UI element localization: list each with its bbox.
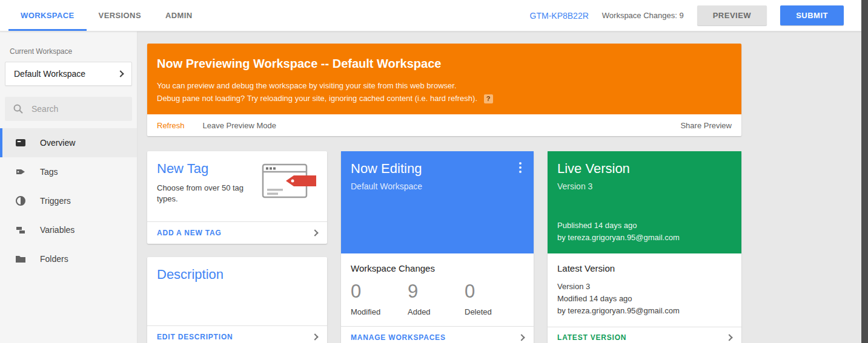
manage-workspaces-action[interactable]: MANAGE WORKSPACES <box>341 326 534 343</box>
stat-modified-label: Modified <box>351 307 408 316</box>
new-tag-description: Choose from over 50 tag types. <box>157 183 248 204</box>
main-tabs: WORKSPACE VERSIONS ADMIN <box>8 0 205 31</box>
sidebar-item-label: Tags <box>40 167 58 177</box>
now-editing-card: Now Editing Default Workspace Workspace … <box>341 151 534 343</box>
manage-workspaces-label: MANAGE WORKSPACES <box>351 333 446 342</box>
preview-banner: Now Previewing Workspace -- Default Work… <box>147 44 741 136</box>
overview-icon <box>15 137 27 149</box>
preview-banner-line1: You can preview and debug the workspace … <box>157 79 732 92</box>
now-editing-title: Now Editing <box>351 161 524 177</box>
latest-version-action[interactable]: LATEST VERSION <box>548 327 741 343</box>
live-version-title: Live Version <box>557 161 732 177</box>
kebab-menu-icon[interactable] <box>514 161 526 174</box>
preview-banner-line2: Debug pane not loading? Try reloading yo… <box>157 94 477 103</box>
tab-versions[interactable]: VERSIONS <box>87 0 153 31</box>
chevron-right-icon <box>726 334 732 341</box>
tab-admin[interactable]: ADMIN <box>153 0 205 31</box>
sidebar-nav: Overview Tags Triggers Variables Folders <box>0 128 137 273</box>
live-version-published: Published 14 days ago <box>557 220 732 232</box>
trigger-icon <box>15 195 27 207</box>
search-icon <box>12 103 24 115</box>
sidebar-item-label: Triggers <box>40 196 71 206</box>
latest-version-title: Latest Version <box>557 263 732 273</box>
search-box[interactable] <box>5 97 132 121</box>
description-card: Description EDIT DESCRIPTION <box>147 257 327 343</box>
preview-button[interactable]: PREVIEW <box>697 5 767 25</box>
add-new-tag-label: ADD A NEW TAG <box>157 229 222 237</box>
stat-deleted: 0 Deleted <box>465 281 522 316</box>
latest-version-label: LATEST VERSION <box>557 333 626 342</box>
latest-version-by: by tereza.grigoryan.95@gmail.com <box>557 305 732 317</box>
workspace-changes-stats: 0 Modified 9 Added 0 Deleted <box>351 281 524 316</box>
latest-version-number: Version 3 <box>557 281 732 293</box>
stat-modified-value: 0 <box>351 281 408 302</box>
chevron-right-icon <box>117 70 124 77</box>
folder-icon <box>15 253 27 265</box>
sidebar-item-variables[interactable]: Variables <box>0 215 137 244</box>
tab-workspace[interactable]: WORKSPACE <box>8 0 87 31</box>
edit-description-label: EDIT DESCRIPTION <box>157 333 233 341</box>
live-version-published-by: by tereza.grigoryan.95@gmail.com <box>557 232 732 244</box>
workspace-changes-count: Workspace Changes: 9 <box>602 11 684 20</box>
tag-icon <box>15 166 27 178</box>
workspace-name: Default Workspace <box>14 69 85 79</box>
preview-banner-title: Now Previewing Workspace -- Default Work… <box>157 57 732 71</box>
search-input[interactable] <box>31 104 116 114</box>
submit-button[interactable]: SUBMIT <box>780 5 844 25</box>
main-content: Now Previewing Workspace -- Default Work… <box>137 31 868 343</box>
live-version-number: Version 3 <box>557 181 732 191</box>
sidebar-item-overview[interactable]: Overview <box>0 128 137 157</box>
window-edge-scrollbar[interactable] <box>861 0 868 343</box>
stat-added-label: Added <box>408 307 465 316</box>
description-title: Description <box>157 267 317 283</box>
container-id-link[interactable]: GTM-KP8B22R <box>530 11 589 21</box>
top-bar: WORKSPACE VERSIONS ADMIN GTM-KP8B22R Wor… <box>0 0 868 31</box>
sidebar-item-label: Variables <box>40 225 75 235</box>
add-new-tag-action[interactable]: ADD A NEW TAG <box>147 221 327 244</box>
stat-added: 9 Added <box>408 281 465 316</box>
stat-deleted-label: Deleted <box>465 307 522 316</box>
stat-modified: 0 Modified <box>351 281 408 316</box>
new-tag-title: New Tag <box>157 161 248 177</box>
latest-version-modified: Modified 14 days ago <box>557 293 732 305</box>
workspace-selector[interactable]: Default Workspace <box>5 62 132 86</box>
sidebar-item-folders[interactable]: Folders <box>0 244 137 273</box>
sidebar-item-label: Overview <box>40 138 75 148</box>
share-preview-link[interactable]: Share Preview <box>680 121 732 130</box>
sidebar-item-tags[interactable]: Tags <box>0 157 137 186</box>
live-version-card: Live Version Version 3 Published 14 days… <box>548 151 741 343</box>
chevron-right-icon <box>311 229 318 236</box>
help-icon[interactable]: ? <box>484 94 493 103</box>
workspace-changes-title: Workspace Changes <box>351 263 524 273</box>
preview-banner-actions: Refresh Leave Preview Mode Share Preview <box>147 114 741 136</box>
chevron-right-icon <box>311 333 318 340</box>
stat-added-value: 9 <box>408 281 465 302</box>
refresh-link[interactable]: Refresh <box>157 121 185 130</box>
current-workspace-label: Current Workspace <box>10 47 137 56</box>
edit-description-action[interactable]: EDIT DESCRIPTION <box>147 325 327 343</box>
leave-preview-link[interactable]: Leave Preview Mode <box>203 121 276 130</box>
sidebar-item-triggers[interactable]: Triggers <box>0 186 137 215</box>
new-tag-card: New Tag Choose from over 50 tag types. <box>147 151 327 244</box>
new-tag-illustration-icon <box>262 163 317 212</box>
chevron-right-icon <box>518 334 525 341</box>
variables-icon <box>15 224 27 236</box>
stat-deleted-value: 0 <box>465 281 522 302</box>
sidebar: Current Workspace Default Workspace Over… <box>0 31 137 343</box>
sidebar-item-label: Folders <box>40 254 68 264</box>
now-editing-workspace-name: Default Workspace <box>351 181 524 191</box>
